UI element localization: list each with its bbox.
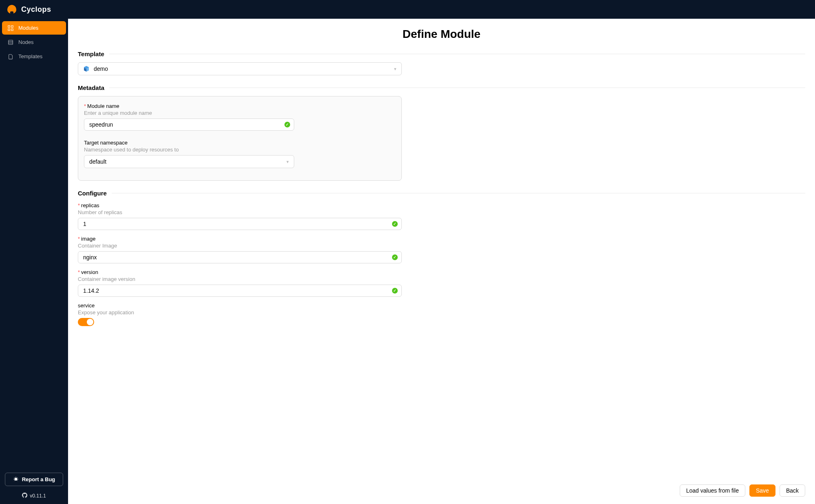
cube-icon — [83, 66, 90, 72]
bug-icon — [13, 476, 19, 483]
section-header-template: Template — [78, 50, 805, 57]
namespace-value: default — [89, 158, 286, 165]
version-row[interactable]: v0.11.1 — [5, 493, 63, 499]
cyclops-logo-icon — [7, 5, 16, 14]
field-replicas: *replicas Number of replicas — [78, 202, 402, 230]
version-text: v0.11.1 — [30, 493, 46, 499]
valid-check-icon — [392, 221, 398, 227]
replicas-label: *replicas — [78, 202, 402, 208]
service-label: service — [78, 302, 402, 309]
sidebar-item-nodes[interactable]: Nodes — [2, 35, 66, 49]
module-name-input[interactable] — [84, 118, 294, 131]
namespace-help: Namespace used to deploy resources to — [84, 147, 396, 153]
valid-check-icon — [392, 254, 398, 260]
module-name-help: Enter a unique module name — [84, 110, 396, 116]
sidebar-item-label: Nodes — [18, 39, 34, 45]
service-toggle[interactable] — [78, 318, 94, 326]
image-label: *image — [78, 236, 402, 242]
sidebar-item-modules[interactable]: Modules — [2, 21, 66, 35]
svg-line-12 — [17, 478, 18, 478]
image-help: Container Image — [78, 243, 402, 249]
section-header-metadata: Metadata — [78, 84, 805, 91]
field-module-name: *Module name Enter a unique module name — [84, 103, 396, 131]
valid-check-icon — [392, 288, 398, 294]
chevron-down-icon: ▾ — [286, 159, 289, 164]
github-icon — [22, 493, 27, 499]
version-label: *version — [78, 269, 402, 275]
page-title: Define Module — [78, 28, 805, 41]
svg-line-13 — [14, 480, 15, 481]
divider — [109, 88, 805, 88]
sidebar-nav: Modules Nodes Templates — [0, 20, 68, 468]
load-values-button[interactable]: Load values from file — [680, 484, 745, 497]
chevron-down-icon: ▾ — [394, 66, 396, 72]
section-title-configure: Configure — [78, 190, 107, 197]
sidebar-item-label: Templates — [18, 53, 42, 59]
version-help: Container image version — [78, 276, 402, 282]
service-help: Expose your application — [78, 309, 402, 316]
svg-rect-0 — [8, 25, 10, 27]
field-namespace: Target namespace Namespace used to deplo… — [84, 140, 396, 168]
report-bug-button[interactable]: Report a Bug — [5, 473, 63, 486]
svg-line-14 — [17, 480, 18, 481]
report-bug-label: Report a Bug — [22, 476, 55, 482]
section-header-configure: Configure — [78, 190, 805, 197]
action-bar: Load values from file Save Back — [680, 484, 805, 497]
field-image: *image Container Image — [78, 236, 402, 263]
version-input[interactable] — [78, 285, 402, 297]
divider — [112, 193, 805, 193]
image-input[interactable] — [78, 251, 402, 263]
templates-icon — [8, 54, 13, 59]
namespace-label: Target namespace — [84, 140, 396, 146]
svg-line-11 — [14, 478, 15, 478]
divider — [109, 54, 805, 54]
nodes-icon — [8, 39, 13, 45]
logo[interactable]: Cyclops — [7, 5, 51, 14]
svg-rect-2 — [8, 28, 10, 30]
modules-icon — [8, 25, 13, 31]
svg-rect-1 — [11, 25, 13, 27]
template-value: demo — [94, 66, 394, 72]
module-name-label: *Module name — [84, 103, 396, 109]
field-version: *version Container image version — [78, 269, 402, 297]
svg-rect-3 — [11, 28, 13, 30]
back-button[interactable]: Back — [780, 484, 805, 497]
brand-name: Cyclops — [21, 5, 51, 14]
sidebar-item-templates[interactable]: Templates — [2, 50, 66, 63]
sidebar-item-label: Modules — [18, 25, 38, 31]
svg-point-7 — [14, 478, 17, 480]
save-button[interactable]: Save — [749, 484, 775, 497]
switch-knob — [87, 319, 93, 325]
template-select[interactable]: demo ▾ — [78, 62, 402, 75]
field-service: service Expose your application — [78, 302, 402, 326]
namespace-select[interactable]: default ▾ — [84, 155, 294, 168]
topbar: Cyclops — [0, 0, 815, 19]
replicas-input[interactable] — [78, 218, 402, 230]
replicas-help: Number of replicas — [78, 209, 402, 215]
metadata-box: *Module name Enter a unique module name … — [78, 96, 402, 181]
valid-check-icon — [284, 122, 290, 127]
sidebar: Modules Nodes Templates Report a Bug — [0, 19, 68, 504]
main-content: Define Module Template demo ▾ Metadata *… — [68, 19, 815, 504]
section-title-metadata: Metadata — [78, 84, 104, 91]
svg-rect-4 — [9, 40, 13, 44]
section-title-template: Template — [78, 50, 104, 57]
